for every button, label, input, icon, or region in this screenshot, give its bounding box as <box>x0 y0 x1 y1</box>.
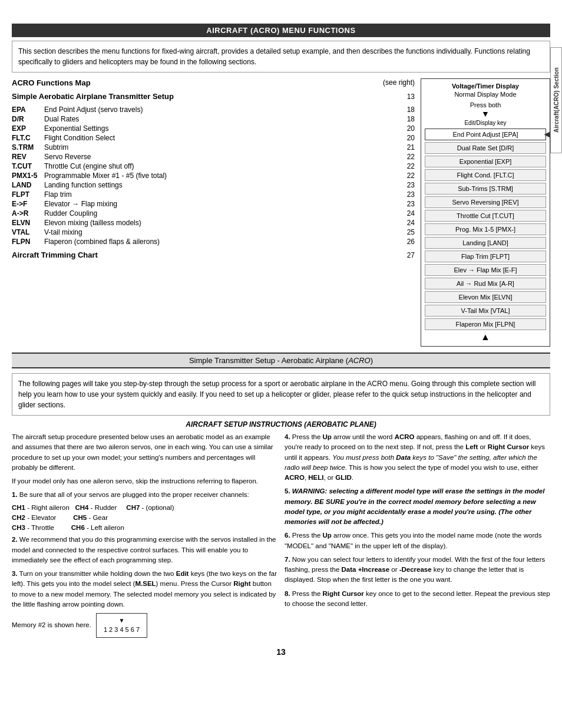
side-tab: Aircraft(ACRO) Section <box>550 47 562 153</box>
vtd-diagram: Voltage/Timer Display Normal Display Mod… <box>421 78 550 347</box>
vtd-press-both: Press both <box>425 101 546 108</box>
left-para-4: 2. We recommend that you do this program… <box>12 535 277 565</box>
vtd-item-land: Landing [LAND] <box>425 237 546 249</box>
simple-setup-row: Simple Aerobatic Airplane Transmitter Se… <box>12 92 415 101</box>
functions-map-title: ACRO Functions Map (see right) <box>12 78 415 87</box>
func-item-vtal: VTAL V-tail mixing 25 <box>12 228 415 236</box>
func-item-tcut: T.CUT Throttle Cut (engine shut off) 22 <box>12 162 415 170</box>
instructions-left: The aircraft setup procedure presented b… <box>12 432 277 638</box>
func-item-strm: S.TRM Subtrim 21 <box>12 143 415 151</box>
vtd-item-flpn: Flaperon Mix [FLPN] <box>425 318 546 330</box>
memory-box: ▼ 1 2 3 4 5 6 7 <box>96 613 147 638</box>
left-para-5: 3. Turn on your transmitter while holdin… <box>12 569 277 610</box>
func-item-ef: E->F Elevator → Flap mixing 23 <box>12 200 415 208</box>
simple-setup-page: 13 <box>407 93 415 101</box>
right-para-5: 5. WARNING: selecting a different model … <box>285 486 550 527</box>
functions-map-see-right: (see right) <box>383 78 415 87</box>
func-item-exp: EXP Exponential Settings 20 <box>12 124 415 133</box>
vtd-item-exp: Exponential [EXP] <box>425 156 546 167</box>
page-number: 13 <box>12 647 550 657</box>
right-para-6: 6. Press the Up arrow once. This gets yo… <box>285 531 550 551</box>
func-item-epa: EPA End Point Adjust (servo travels) 18 <box>12 106 415 114</box>
left-para-3: 1. Be sure that all of your servos are p… <box>12 490 277 500</box>
right-para-8: 8. Press the Right Cursor key once to ge… <box>285 589 550 610</box>
functions-map-title-text: ACRO Functions Map <box>12 78 91 87</box>
setup-intro-text: The following pages will take you step-b… <box>18 380 535 409</box>
right-para-4: 4. Press the Up arrow until the word ACR… <box>285 432 550 483</box>
instructions-right: 4. Press the Up arrow until the word ACR… <box>285 432 550 638</box>
aircraft-trim-label: Aircraft Trimming Chart <box>12 251 98 259</box>
vtd-item-ef: Elev → Flap Mix [E-F] <box>425 264 546 276</box>
vtd-item-tcut: Throttle Cut [T.CUT] <box>425 210 546 222</box>
intro-text: This section describes the menu function… <box>18 47 530 66</box>
memory-numbers: 1 2 3 4 5 6 7 <box>104 625 140 635</box>
func-item-fltc: FLT.C Flight Condition Select 20 <box>12 134 415 142</box>
acro-functions-left: ACRO Functions Map (see right) Simple Ae… <box>12 78 415 347</box>
vtd-item-flpt: Flap Trim [FLPT] <box>425 251 546 262</box>
vtd-item-strm: Sub-Trims [S.TRM] <box>425 183 546 195</box>
right-para-7: 7. Now you can select four letters to id… <box>285 555 550 585</box>
func-item-pmx: PMX1-5 Programmable Mixer #1 - #5 (five … <box>12 172 415 180</box>
func-item-flpt: FLPT Flap trim 23 <box>12 190 415 199</box>
vtd-item-pmx: Prog. Mix 1-5 [PMX-] <box>425 223 546 235</box>
ch-list: CH1 - Right aileron CH4 - Rudder CH7 - (… <box>12 503 277 533</box>
func-item-flpn: FLPN Flaperon (combined flaps & ailerons… <box>12 238 415 246</box>
left-para-1: The aircraft setup procedure presented b… <box>12 432 277 473</box>
func-item-land: LAND Landing function settings 23 <box>12 181 415 189</box>
vtd-container: Voltage/Timer Display Normal Display Mod… <box>421 78 550 347</box>
section2-header: Simple Transmitter Setup - Aerobatic Air… <box>12 353 550 368</box>
vtd-item-ar: Ail → Rud Mix [A-R] <box>425 278 546 289</box>
func-item-dr: D/R Dual Rates 18 <box>12 115 415 123</box>
instructions-title-text: AIRCRAFT SETUP INSTRUCTIONS (AEROBATIC P… <box>186 420 376 429</box>
vtd-item-vtal: V-Tail Mix [VTAL] <box>425 305 546 317</box>
left-para-2: If your model only has one aileron servo… <box>12 476 277 486</box>
vtd-item-dr: Dual Rate Set [D/R] <box>425 142 546 154</box>
section1-header: AIRCRAFT (ACRO) MENU FUNCTIONS <box>12 24 550 37</box>
instructions-title: AIRCRAFT SETUP INSTRUCTIONS (AEROBATIC P… <box>12 420 550 429</box>
page-wrapper: Aircraft(ACRO) Section AIRCRAFT (ACRO) M… <box>0 0 562 728</box>
vtd-edit-display: Edit/Display key <box>425 120 546 126</box>
side-tab-label: Aircraft(ACRO) Section <box>553 68 560 133</box>
vtd-subtitle: Normal Display Mode <box>425 91 546 98</box>
functions-list: EPA End Point Adjust (servo travels) 18 … <box>12 106 415 259</box>
intro-box: This section describes the menu function… <box>12 41 550 73</box>
vtd-item-elvn: Elevon Mix [ELVN] <box>425 291 546 303</box>
func-item-rev: REV Servo Reverse 22 <box>12 153 415 161</box>
vtd-down-arrow-icon: ▼ <box>425 109 546 118</box>
memory-arrow-icon: ▼ <box>104 616 140 625</box>
vtd-title: Voltage/Timer Display <box>425 83 546 90</box>
func-item-ar: A->R Rudder Coupling 24 <box>12 209 415 218</box>
vtd-item-fltc: Flight Cond. [FLT.C] <box>425 169 546 181</box>
acro-functions-row: ACRO Functions Map (see right) Simple Ae… <box>12 78 550 347</box>
instructions-cols: The aircraft setup procedure presented b… <box>12 432 550 638</box>
vtd-bottom-arrow-icon: ▲ <box>425 332 546 342</box>
aircraft-trim-row: Aircraft Trimming Chart 27 <box>12 251 415 259</box>
func-item-elvn: ELVN Elevon mixing (tailless models) 24 <box>12 219 415 227</box>
aircraft-trim-page: 27 <box>407 251 415 259</box>
simple-setup-label: Simple Aerobatic Airplane Transmitter Se… <box>12 92 174 101</box>
setup-intro-box: The following pages will take you step-b… <box>12 373 550 416</box>
section1-header-text: AIRCRAFT (ACRO) MENU FUNCTIONS <box>206 26 355 35</box>
memory-box-row: Memory #2 is shown here. ▼ 1 2 3 4 5 6 7 <box>12 613 277 638</box>
vtd-item-rev: Servo Reversing [REV] <box>425 196 546 208</box>
vtd-item-epa: End Point Adjust [EPA] ◄ <box>425 129 546 140</box>
